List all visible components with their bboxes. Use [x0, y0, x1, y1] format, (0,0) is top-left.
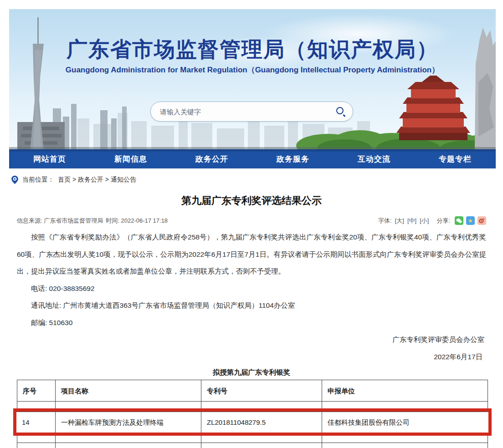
site-title: 广东省市场监督管理局（知识产权局） — [9, 36, 496, 64]
col-header-no: 序号 — [17, 380, 56, 402]
col-header-patent-no: 专利号 — [201, 380, 322, 402]
nav-item-home[interactable]: 网站首页 — [9, 149, 90, 168]
table-row-fragment — [17, 436, 488, 448]
site-subtitle-english: Guangdong Administration for Market Regu… — [9, 65, 496, 75]
nav-item-gov-serv[interactable]: 政务服务 — [252, 149, 334, 168]
nav-item-special[interactable]: 专题专栏 — [415, 149, 496, 168]
article-source: 信息来源: 广东省市场监督管理局 — [17, 217, 103, 225]
qzone-share-icon[interactable]: ★ — [466, 216, 475, 225]
article-paragraph: 按照《广东省专利奖励办法》（广东省人民政府令258号），第九届广东专利奖共评选出… — [17, 229, 486, 280]
search-input[interactable] — [160, 108, 335, 116]
signature-office: 广东专利奖评审委员会办公室 — [17, 331, 484, 348]
font-size-medium-button[interactable]: [中] — [407, 217, 416, 225]
banner-cityscape-art — [9, 9, 496, 149]
breadcrumb-path[interactable]: 首页 > 政务公开 > 通知公告 — [58, 176, 136, 184]
font-size-large-button[interactable]: [大] — [395, 217, 404, 225]
row-patent-no: ZL201811048279.5 — [201, 412, 322, 433]
contact-address: 通讯地址: 广州市黄埔大道西363号广东省市场监督管理局（知识产权局）1104办… — [17, 297, 486, 314]
contact-postcode: 邮编: 510630 — [17, 314, 486, 331]
table-row-fragment — [17, 402, 488, 408]
main-nav: 网站首页 新闻信息 政务公开 政务服务 互动交流 专题专栏 — [9, 149, 496, 168]
search-icon[interactable] — [335, 106, 346, 117]
table-title: 拟授第九届广东专利银奖 — [0, 366, 503, 379]
article-meta: 信息来源: 广东省市场监督管理局 时间: 2022-06-17 17:18 字体… — [17, 216, 486, 225]
font-size-small-button[interactable]: [小] — [420, 217, 429, 225]
nav-item-gov-open[interactable]: 政务公开 — [171, 149, 252, 168]
site-banner: 广东省市场监督管理局（知识产权局） Guangdong Administrati… — [9, 9, 496, 149]
highlight-red-box: 14 一种漏检车牌预测方法及处理终端 ZL201811048279.5 佳都科技… — [13, 408, 492, 436]
wechat-share-icon[interactable] — [455, 216, 463, 225]
breadcrumb: 当前位置： 首页 > 政务公开 > 通知公告 — [11, 175, 503, 184]
weibo-share-icon[interactable] — [477, 216, 486, 225]
col-header-applicant: 申报单位 — [322, 380, 488, 402]
share-label: 分享: — [436, 217, 450, 225]
contact-phone: 电话: 020-38835692 — [17, 280, 486, 297]
col-header-project: 项目名称 — [56, 380, 201, 402]
award-table: 序号 项目名称 专利号 申报单位 14 一种漏检车牌预测方法及处理终端 ZL20… — [17, 380, 488, 448]
location-pin-icon — [11, 175, 19, 184]
row-project: 一种漏检车牌预测方法及处理终端 — [56, 412, 201, 433]
row-applicant: 佳都科技集团股份有限公司 — [322, 412, 488, 433]
table-row: 14 一种漏检车牌预测方法及处理终端 ZL201811048279.5 佳都科技… — [16, 412, 488, 433]
breadcrumb-label: 当前位置： — [22, 176, 54, 184]
font-size-label: 字体: — [378, 217, 392, 225]
red-pavilion-silhouette — [396, 76, 470, 140]
nav-item-interact[interactable]: 互动交流 — [334, 149, 415, 168]
table-header-row: 序号 项目名称 专利号 申报单位 — [17, 380, 488, 402]
article-body: 按照《广东省专利奖励办法》（广东省人民政府令258号），第九届广东专利奖共评选出… — [17, 229, 486, 331]
page: 广东省市场监督管理局（知识产权局） Guangdong Administrati… — [0, 0, 503, 448]
signature-date: 2022年6月17日 — [17, 348, 482, 366]
row-no: 14 — [16, 412, 56, 433]
nav-item-news[interactable]: 新闻信息 — [90, 149, 171, 168]
article-title: 第九届广东专利奖评选结果公示 — [0, 194, 503, 208]
article-time: 时间: 2022-06-17 17:18 — [106, 217, 168, 225]
search-bar[interactable] — [150, 102, 353, 122]
